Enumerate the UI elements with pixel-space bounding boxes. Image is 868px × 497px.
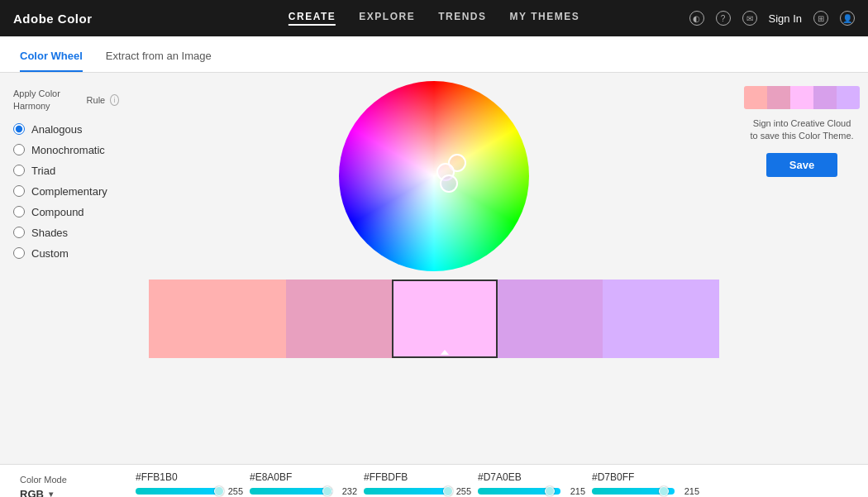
- main-nav: CREATE EXPLORE TRENDS MY THEMES: [289, 11, 579, 26]
- slider-track-r-2[interactable]: [364, 488, 446, 495]
- moon-icon[interactable]: ◐: [689, 11, 704, 26]
- nav-my-themes[interactable]: MY THEMES: [510, 11, 580, 26]
- color-mode-select[interactable]: RGB ▾: [20, 488, 136, 497]
- swatch-4[interactable]: [603, 280, 719, 358]
- nav-trends[interactable]: TRENDS: [438, 11, 486, 26]
- color-mode-label: Color Mode: [20, 475, 136, 485]
- slider-thumb-r-2[interactable]: [443, 486, 453, 496]
- slider-track-r-3[interactable]: [478, 488, 560, 495]
- theme-swatch-0: [744, 86, 767, 109]
- rule-analogous[interactable]: Analogous: [13, 123, 119, 136]
- app-logo: Adobe Color: [13, 12, 93, 26]
- info-icon[interactable]: i: [110, 94, 119, 106]
- color-wheel-container[interactable]: [339, 81, 529, 271]
- rule-custom[interactable]: Custom: [13, 247, 119, 260]
- swatch-0[interactable]: [149, 280, 286, 358]
- slider-thumb-r-1[interactable]: [322, 486, 332, 496]
- center-area: [132, 73, 736, 464]
- save-button[interactable]: Save: [766, 153, 837, 177]
- hex-4[interactable]: #D7B0FF: [592, 471, 699, 483]
- main-content: Apply Color Harmony Rule i Analogous Mon…: [0, 73, 868, 464]
- color-col-4: #D7B0FF 215 176: [592, 471, 699, 497]
- color-col-3: #D7A0EB 215 160: [478, 471, 592, 497]
- sign-in-button[interactable]: Sign In: [769, 12, 802, 25]
- slider-r-0: 255: [136, 486, 250, 496]
- slider-r-2: 255: [364, 486, 478, 496]
- color-col-1: #E8A0BF 232 160: [250, 471, 364, 497]
- swatches-row: [149, 280, 719, 358]
- slider-thumb-r-4[interactable]: [659, 486, 669, 496]
- rule-shades[interactable]: Shades: [13, 227, 119, 239]
- theme-swatch-3: [813, 86, 837, 109]
- color-col-0: #FFB1B0 255 177: [136, 471, 250, 497]
- rule-monochromatic[interactable]: Monochromatic: [13, 144, 119, 156]
- slider-thumb-r-0[interactable]: [214, 486, 224, 496]
- rule-complementary[interactable]: Complementary: [13, 185, 119, 198]
- chevron-down-icon: ▾: [49, 490, 53, 497]
- slider-val-r-0: 255: [223, 486, 243, 496]
- tab-bar: Color Wheel Extract from an Image: [0, 36, 868, 73]
- color-wheel[interactable]: [339, 81, 529, 271]
- theme-swatch-1: [767, 86, 790, 109]
- wheel-handle-3[interactable]: [440, 174, 458, 193]
- slider-track-r-4[interactable]: [592, 488, 675, 495]
- slider-r-1: 232: [250, 486, 364, 496]
- left-panel: Apply Color Harmony Rule i Analogous Mon…: [0, 73, 132, 464]
- sign-in-prompt: Sign into Creative Cloud to save this Co…: [749, 117, 855, 143]
- slider-val-r-4: 215: [680, 486, 699, 496]
- swatch-indicator: [441, 350, 449, 355]
- slider-r-3: 215: [478, 486, 592, 496]
- color-columns: #FFB1B0 255 177: [136, 471, 848, 497]
- rule-triad[interactable]: Triad: [13, 165, 119, 177]
- theme-preview: [744, 86, 860, 109]
- nav-create[interactable]: CREATE: [289, 11, 336, 26]
- hex-2[interactable]: #FFBDFB: [364, 471, 478, 483]
- grid-icon[interactable]: ⊞: [813, 11, 828, 26]
- swatch-1[interactable]: [286, 280, 392, 358]
- hex-1[interactable]: #E8A0BF: [250, 471, 364, 483]
- theme-swatch-4: [837, 86, 860, 109]
- right-panel: Sign into Creative Cloud to save this Co…: [736, 73, 868, 464]
- rule-compound[interactable]: Compound: [13, 206, 119, 218]
- theme-swatch-2: [790, 86, 813, 109]
- bottom-section: Color Mode RGB ▾ #FFB1B0 255: [0, 464, 868, 497]
- hex-3[interactable]: #D7A0EB: [478, 471, 592, 483]
- slider-track-r-0[interactable]: [136, 488, 218, 495]
- slider-val-r-1: 232: [337, 486, 357, 496]
- swatch-2[interactable]: [392, 280, 498, 358]
- tab-extract[interactable]: Extract from an Image: [106, 50, 212, 72]
- slider-r-4: 215: [592, 486, 699, 496]
- color-mode-panel: Color Mode RGB ▾: [20, 471, 136, 497]
- help-icon[interactable]: ?: [716, 11, 731, 26]
- hex-0[interactable]: #FFB1B0: [136, 471, 250, 483]
- app-header: Adobe Color CREATE EXPLORE TRENDS MY THE…: [0, 0, 868, 36]
- tab-color-wheel[interactable]: Color Wheel: [20, 50, 83, 72]
- slider-val-r-3: 215: [565, 486, 585, 496]
- nav-explore[interactable]: EXPLORE: [359, 11, 415, 26]
- slider-track-r-1[interactable]: [250, 488, 332, 495]
- harmony-label: Apply Color Harmony Rule i: [13, 88, 119, 113]
- slider-val-r-2: 255: [451, 486, 471, 496]
- swatch-3[interactable]: [498, 280, 603, 358]
- color-col-2: #FFBDFB 255 189: [364, 471, 478, 497]
- slider-thumb-r-3[interactable]: [545, 486, 555, 496]
- chat-icon[interactable]: ✉: [742, 11, 757, 26]
- profile-icon[interactable]: 👤: [840, 11, 855, 26]
- harmony-rules: Analogous Monochromatic Triad Complement…: [13, 123, 119, 260]
- header-actions: ◐ ? ✉ Sign In ⊞ 👤: [689, 11, 855, 26]
